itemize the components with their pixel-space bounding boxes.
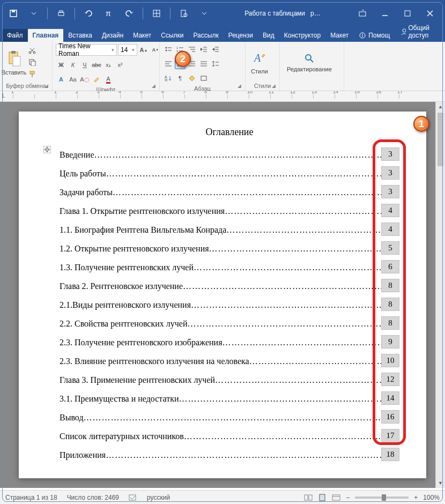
toc-page-cell[interactable]: 17 [381, 429, 399, 442]
clear-format-icon[interactable]: A◌ [79, 74, 90, 85]
grow-font-icon[interactable]: A▲ [138, 45, 149, 55]
read-mode-icon[interactable] [304, 494, 313, 501]
toc-page-cell[interactable]: 8 [381, 279, 399, 292]
status-page[interactable]: Страница 1 из 18 [5, 494, 57, 501]
toc-page-cell[interactable]: 18 [381, 448, 399, 461]
toc-page-cell[interactable]: 12 [381, 373, 399, 386]
zoom-level[interactable]: 100% [423, 494, 440, 501]
tab-design[interactable]: Дизайн [97, 29, 128, 42]
copy-icon[interactable] [27, 57, 38, 68]
styles-dialog-icon[interactable]: ◢ [272, 83, 278, 90]
subscript-icon[interactable]: x₂ [103, 60, 114, 70]
horizontal-ruler[interactable]: L 11234567891011121314151617 [0, 91, 445, 102]
underline-icon[interactable]: Ч [79, 60, 90, 70]
format-painter-icon[interactable] [27, 69, 38, 79]
tab-references[interactable]: Ссылки [156, 29, 188, 42]
toc-page-cell[interactable]: 3 [381, 147, 399, 161]
toc-page-cell[interactable]: 16 [381, 410, 399, 424]
tab-table-design[interactable]: Конструктор [279, 29, 325, 42]
tab-file[interactable]: Файл [2, 29, 28, 42]
toc-page-cell[interactable]: 5 [381, 241, 399, 255]
table-icon[interactable] [147, 5, 166, 22]
sort-icon[interactable]: AЯ [163, 73, 174, 84]
vertical-scrollbar[interactable]: ▲ ▼ [435, 102, 445, 488]
table-move-handle-icon[interactable]: ✥ [43, 146, 51, 153]
styles-button[interactable]: A Стили [249, 44, 270, 81]
tab-insert[interactable]: Вставка [63, 29, 97, 42]
font-dialog-icon[interactable]: ◢ [152, 83, 158, 90]
print-layout-icon[interactable] [318, 494, 327, 501]
toc-page-cell[interactable]: 4 [381, 204, 399, 217]
shading-icon[interactable] [187, 73, 197, 84]
font-name-combo[interactable]: Times New Roman▾ [56, 44, 117, 56]
minimize-icon[interactable] [374, 5, 396, 22]
undo-icon[interactable] [79, 5, 98, 22]
toc-leader: …………………………………………………………………………………………………………… [226, 224, 381, 236]
status-language[interactable]: русский [147, 494, 170, 501]
editing-button[interactable]: Редактирование [283, 44, 336, 81]
status-words[interactable]: Число слов: 2469 [67, 494, 119, 501]
paste-button[interactable]: Вставить [3, 44, 25, 81]
document-page[interactable]: ✥ Оглавление Введение…………………………………………………… [19, 112, 426, 478]
toc-leader: …………………………………………………………………………………………………………… [249, 355, 381, 367]
tab-table-layout[interactable]: Макет [325, 29, 353, 42]
preview-icon[interactable] [175, 5, 193, 22]
shrink-font-icon[interactable]: A▼ [150, 45, 161, 55]
justify-icon[interactable] [198, 58, 209, 69]
pilcrow-icon[interactable]: π [100, 5, 118, 22]
show-marks-icon[interactable]: ¶ [175, 73, 186, 84]
toc-page-cell[interactable]: 14 [381, 391, 399, 405]
cut-icon[interactable] [27, 45, 38, 56]
web-layout-icon[interactable] [332, 494, 340, 501]
zoom-slider[interactable] [355, 496, 409, 499]
toc-page-cell[interactable]: 9 [381, 335, 399, 349]
italic-icon[interactable]: К [68, 60, 78, 70]
redo-icon[interactable] [120, 5, 138, 22]
tab-view[interactable]: Вид [258, 29, 279, 42]
toc-page-cell[interactable]: 3 [381, 185, 399, 198]
help-button[interactable]: Помощ [353, 29, 395, 42]
svg-rect-65 [305, 495, 308, 500]
strike-icon[interactable]: abc [91, 60, 102, 70]
dec-indent-icon[interactable] [198, 44, 209, 55]
toc-page-cell[interactable]: 3 [381, 166, 399, 180]
ribbon-options-icon[interactable] [352, 5, 373, 22]
status-proofing-icon[interactable] [129, 494, 137, 501]
scroll-up-icon[interactable]: ▲ [436, 102, 445, 112]
toc-page-cell[interactable]: 8 [381, 316, 399, 330]
close-icon[interactable] [419, 5, 441, 22]
maximize-icon[interactable] [397, 5, 418, 22]
font-color-icon[interactable]: A [103, 74, 114, 85]
paragraph-dialog-icon[interactable]: ◢ [238, 83, 244, 90]
toc-text: Глава 1. Открытие рентгеновского излучен… [60, 205, 225, 217]
highlight-icon[interactable] [91, 74, 102, 85]
print-icon[interactable] [52, 5, 70, 22]
share-button[interactable]: Общий доступ [395, 21, 445, 42]
toc-page-cell[interactable]: 4 [381, 223, 399, 236]
change-case-icon[interactable]: Aa [68, 74, 78, 85]
bold-icon[interactable]: Ж [56, 60, 66, 70]
tab-mailings[interactable]: Рассылк [189, 29, 224, 42]
text-effects-icon[interactable]: A [56, 74, 66, 85]
line-spacing-icon[interactable] [210, 58, 221, 69]
toc-page-cell[interactable]: 6 [381, 260, 399, 273]
zoom-in-icon[interactable]: + [414, 494, 418, 501]
scroll-down-icon[interactable]: ▼ [436, 478, 445, 488]
font-size-combo[interactable]: 14▾ [118, 44, 137, 56]
inc-indent-icon[interactable] [210, 44, 221, 55]
scroll-thumb[interactable] [437, 113, 443, 166]
toc-page-cell[interactable]: 10 [381, 354, 399, 367]
qat-more-icon[interactable] [195, 5, 213, 22]
align-left-icon[interactable] [163, 58, 174, 69]
tab-review[interactable]: Рецензи [224, 29, 258, 42]
save-icon[interactable] [4, 5, 23, 22]
bullets-icon[interactable] [163, 44, 174, 55]
qat-dropdown-icon[interactable] [25, 5, 43, 22]
tab-home[interactable]: Главная [28, 29, 64, 42]
superscript-icon[interactable]: x² [115, 60, 125, 70]
tab-layout[interactable]: Макет [128, 29, 156, 42]
toc-page-cell[interactable]: 8 [381, 298, 399, 311]
borders-icon[interactable] [198, 73, 209, 84]
clipboard-dialog-icon[interactable]: ◢ [44, 83, 51, 90]
zoom-out-icon[interactable]: − [346, 494, 350, 501]
